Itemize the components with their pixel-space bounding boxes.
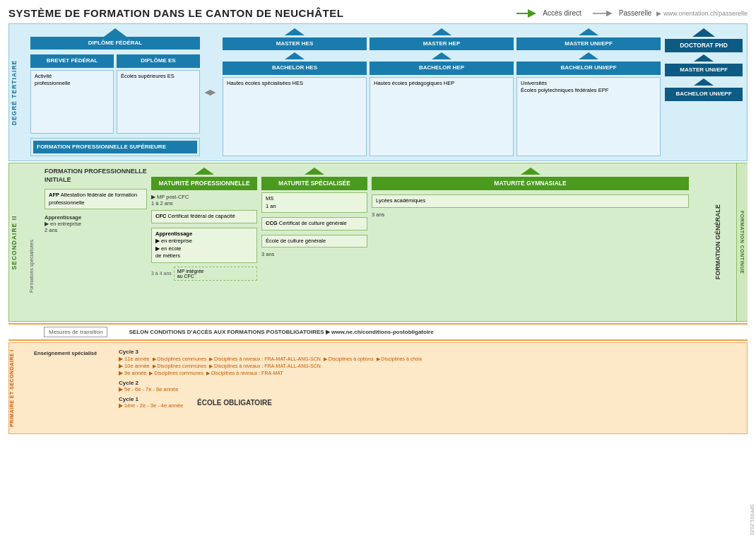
mp-post: ▶ MP post-CFC1 à 2 ans	[151, 192, 257, 208]
tertiary-label: DEGRÉ TERTIAIRE	[11, 59, 18, 124]
fpi-block: FORMATION PROFESSIONNELLE INITIALE AFP A…	[45, 168, 147, 317]
transition-bar: Mesures de transition SELON CONDITIONS D…	[8, 323, 748, 341]
fps-block: DIPLÔME FÉDÉRAL BREVET FÉDÉRAL Activitép…	[30, 28, 200, 156]
activite-box: Activitéprofessionnelle	[30, 70, 114, 134]
uni-col: MASTER UNI/EPF BACHELOR UNI/EPF Universi…	[516, 28, 661, 156]
formation-gen-label: FORMATION GÉNÉRALE	[714, 204, 721, 279]
cy3-d1-2: ▶ Disciplines à niveaux : FRA-MAT-ALL-AN…	[209, 356, 321, 362]
cycle3-year2: ▶ 10e année	[119, 363, 150, 369]
mp-duree: 3 à 4 ans	[151, 271, 172, 276]
ecoles-sup-box: Écoles supérieures ES	[117, 70, 200, 134]
formation-continue-block: FORMATION CONTINUE	[736, 163, 748, 321]
legend: Accès direct Passerelle ▶ www.orientatio…	[515, 9, 748, 18]
afp-label: AFP	[49, 192, 59, 198]
cy3-d2-1: ▶ Disciplines communes	[153, 363, 207, 369]
hep-bachelor: BACHELOR HEP	[370, 62, 514, 74]
legend-direct-label: Accès direct	[543, 9, 581, 17]
mesures-box: Mesures de transition	[44, 327, 107, 337]
cycle3-year3-row: ▶ 9e année ▶ Disciplines communes ▶ Disc…	[119, 370, 743, 376]
mg-title: MATURITÉ GYMNASIALE	[372, 177, 689, 190]
legend-passerelle: Passerelle ▶ www.orientation.ch/passerel…	[591, 9, 748, 18]
cycle1-block: Cycle 1 ▶ 1ère - 2e - 3e - 4e année ÉCOL…	[119, 396, 743, 409]
ms-box: MS 1 an	[261, 192, 367, 213]
mp-integree: MP intégréeau CFC	[174, 267, 257, 281]
formation-gen-block: FORMATION GÉNÉRALE	[693, 168, 743, 317]
lycees-box: Lycées académiques	[372, 194, 689, 208]
tertiary-row: DEGRÉ TERTIAIRE DIPLÔME FÉDÉRAL BREVET F…	[8, 23, 748, 161]
primary-inner: Enseignement spécialisé Cycle 3 ▶ 11e an…	[34, 347, 743, 431]
cycle2-block: Cycle 2 ▶ 5e - 6e - 7e - 8e année	[119, 380, 743, 392]
legend-passerelle-url: ▶ www.orientation.ch/passerelle	[656, 10, 748, 17]
page-title: SYSTÈME DE FORMATION DANS LE CANTON DE N…	[8, 7, 343, 19]
hes-bachelor: BACHELOR HES	[223, 62, 367, 74]
doctorat-title: DOCTORAT PHD	[665, 39, 743, 52]
cy3-d3-2: ▶ Disciplines à niveaux : FRA-MAT	[206, 371, 283, 376]
header: SYSTÈME DE FORMATION DANS LE CANTON DE N…	[8, 7, 748, 19]
legend-direct: Accès direct	[515, 9, 581, 18]
cy3-d2-2: ▶ Disciplines à niveaux : FRA-MAT-ALL-AN…	[209, 363, 321, 369]
mg-block: MATURITÉ GYMNASIALE Lycées académiques 3…	[372, 168, 689, 317]
ms-title: MATURITÉ SPÉCIALISÉE	[261, 177, 367, 190]
cy3-d3-1: ▶ Disciplines communes	[149, 371, 203, 376]
brevet-federal-box: BREVET FÉDÉRAL	[30, 54, 114, 67]
ecole-obligatoire: ÉCOLE OBLIGATOIRE	[197, 399, 272, 407]
doctorat-master: MASTER UNI/EPF	[665, 64, 743, 76]
cycle3-title: Cycle 3	[119, 349, 743, 355]
spf-code: SPF001-2020	[750, 504, 755, 535]
hes-col: MASTER HES BACHELOR HES Hautes écoles sp…	[223, 28, 367, 156]
main-content: DEGRÉ TERTIAIRE DIPLÔME FÉDÉRAL BREVET F…	[8, 23, 748, 530]
secondary-inner: FORMATION PROFESSIONNELLE INITIALE AFP A…	[45, 168, 743, 317]
mp-duree-row: 3 à 4 ans MP intégréeau CFC	[151, 267, 257, 281]
diplome-federal-box: DIPLÔME FÉDÉRAL	[30, 37, 200, 49]
cycle-block: Cycle 3 ▶ 11e année ▶ Disciplines commun…	[119, 347, 743, 431]
fpi-afp: AFP Attestation fédérale de formation pr…	[45, 189, 147, 209]
hep-desc: Hautes écoles pédagogiques HEP	[370, 77, 514, 156]
cfc-box: CFC Certificat fédéral de capacité	[151, 210, 257, 223]
cycle2-years: ▶ 5e - 6e - 7e - 8e année	[119, 386, 743, 392]
hes-desc: Hautes écoles spécialisées HES	[223, 77, 367, 156]
uni-bachelor: BACHELOR UNI/EPF	[516, 62, 661, 74]
ms-duree: 3 ans	[261, 250, 367, 259]
primary-row: PRIMAIRE ET SECONDAIRE I Enseignement sp…	[8, 342, 748, 434]
fpi-title: FORMATION PROFESSIONNELLE INITIALE	[45, 168, 147, 184]
cy3-d1-1: ▶ Disciplines communes	[153, 356, 207, 362]
ens-spec: Enseignement spécialisé	[34, 347, 119, 431]
uni-desc: Universités Écoles polytechniques fédéra…	[516, 77, 661, 156]
fps-he-arrow	[204, 28, 218, 156]
doc-block: DOCTORAT PHD MASTER UNI/EPF BACHELOR UNI…	[665, 28, 743, 156]
cycle1-title: Cycle 1	[119, 396, 183, 402]
conditions-text: SELON CONDITIONS D'ACCÈS AUX FORMATIONS …	[129, 329, 433, 335]
cy3-d1-3: ▶ Disciplines à options	[324, 356, 374, 362]
cy3-d1-4: ▶ Disciplines à choix	[377, 356, 423, 362]
he-block: MASTER HES BACHELOR HES Hautes écoles sp…	[223, 28, 661, 156]
legend-passerelle-label: Passerelle	[619, 9, 652, 17]
cycle1-inner: Cycle 1 ▶ 1ère - 2e - 3e - 4e année	[119, 396, 183, 409]
app-box: Apprentissage ▶ en entreprise ▶ en école…	[151, 228, 257, 263]
mg-duree: 3 ans	[372, 210, 689, 219]
mp-block: MATURITÉ PROFESSIONNELLE ▶ MP post-CFC1 …	[151, 168, 257, 317]
mp-title: MATURITÉ PROFESSIONNELLE	[151, 177, 257, 190]
secondary-row: SECONDAIRE II Formations spécialisées FO…	[8, 163, 748, 322]
ccg-box: CCG Certificat de culture générale	[261, 217, 367, 231]
cycle1-years: ▶ 1ère - 2e - 3e - 4e année	[119, 402, 183, 409]
fps-header-box: FORMATION PROFESSIONNELLE SUPÉRIEURE	[33, 141, 197, 153]
hep-master: MASTER HEP	[370, 37, 514, 50]
hes-master: MASTER HES	[223, 37, 367, 50]
hep-col: MASTER HEP BACHELOR HEP Hautes écoles pé…	[370, 28, 514, 156]
cycle2-title: Cycle 2	[119, 380, 743, 386]
doctorat-bachelor: BACHELOR UNI/EPF	[665, 88, 743, 100]
primary-label: PRIMAIRE ET SECONDAIRE I	[9, 349, 14, 427]
page: SYSTÈME DE FORMATION DANS LE CANTON DE N…	[0, 0, 756, 536]
cycle3-year2-row: ▶ 10e année ▶ Disciplines communes ▶ Dis…	[119, 363, 743, 369]
formations-spec-label: Formations spécialisées	[29, 240, 34, 293]
cycle3-year1-row: ▶ 11e année ▶ Disciplines communes ▶ Dis…	[119, 356, 743, 362]
cycle3-year3: ▶ 9e année	[119, 370, 146, 376]
ms-block: MATURITÉ SPÉCIALISÉE MS 1 an CCG Certifi…	[261, 168, 367, 317]
ecole-culture-box: École de culture générale	[261, 235, 367, 248]
cycle3-year1: ▶ 11e année	[119, 356, 150, 362]
diplome-es-box: DIPLÔME ES	[117, 54, 200, 67]
formation-continue-label: FORMATION CONTINUE	[740, 211, 745, 274]
uni-master: MASTER UNI/EPF	[516, 37, 661, 50]
tertiary-inner: DIPLÔME FÉDÉRAL BREVET FÉDÉRAL Activitép…	[30, 28, 743, 156]
fpi-apprentissage: Apprentissage ▶ en entreprise 2 ans	[45, 214, 147, 233]
